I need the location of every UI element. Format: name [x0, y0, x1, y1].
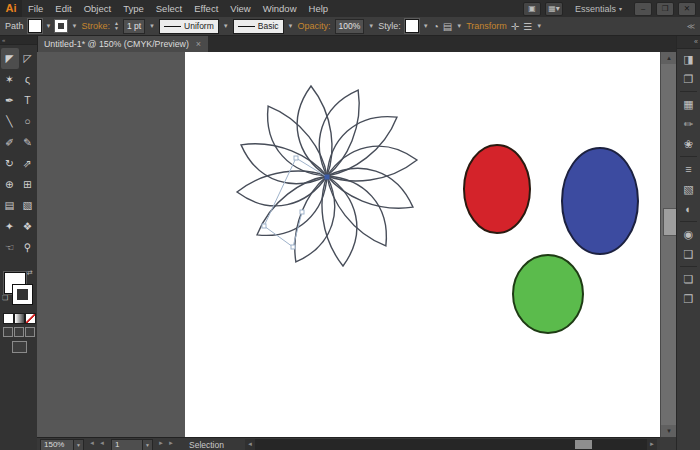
panel-symbols-icon[interactable]: ❀ — [677, 134, 700, 154]
paintbrush-tool[interactable]: ✐ — [1, 132, 19, 153]
panel-color-icon[interactable]: ◨ — [677, 49, 700, 69]
first-artboard-icon[interactable]: ◄ — [89, 440, 95, 446]
draw-normal-mode-button[interactable] — [3, 327, 13, 337]
opacity-panel-link[interactable]: Opacity: — [298, 21, 331, 31]
brush-caret-icon[interactable]: ▼ — [288, 23, 294, 29]
line-segment-tool[interactable]: ╲ — [1, 111, 19, 132]
panel-artboards-icon[interactable]: ❒ — [677, 289, 700, 309]
stroke-weight-caret-icon[interactable]: ▼ — [149, 23, 155, 29]
stroke-weight-stepper[interactable]: ▲ ▼ — [114, 21, 119, 31]
last-artboard-icon[interactable]: ► — [168, 440, 174, 446]
anchor-point[interactable] — [291, 245, 295, 249]
eyedropper-tool[interactable]: ✦ — [1, 216, 19, 237]
swap-fill-stroke-icon[interactable]: ⇄ — [27, 269, 33, 277]
preferences-icon[interactable]: ▤ — [443, 20, 452, 33]
minimize-button[interactable]: – — [634, 2, 652, 16]
pencil-tool[interactable]: ✎ — [19, 132, 37, 153]
panel-swatches-icon[interactable]: ▦ — [677, 94, 700, 114]
menu-object[interactable]: Object — [78, 3, 117, 14]
fill-color-swatch[interactable] — [28, 19, 42, 33]
menu-type[interactable]: Type — [117, 3, 150, 14]
canvas[interactable] — [37, 52, 660, 437]
style-caret-icon[interactable]: ▼ — [423, 23, 429, 29]
arrange-documents-button[interactable]: ▦▾ — [545, 2, 563, 16]
width-profile-dropdown[interactable]: Uniform — [159, 19, 219, 34]
panel-color-guide-icon[interactable]: ❐ — [677, 69, 700, 89]
color-mode-button[interactable] — [3, 313, 14, 324]
scroll-right-icon[interactable]: ► — [647, 439, 657, 450]
brush-definition-dropdown[interactable]: Basic — [233, 19, 284, 34]
scroll-down-icon[interactable]: ▼ — [661, 425, 677, 437]
menu-view[interactable]: View — [224, 3, 256, 14]
green-ellipse[interactable] — [513, 255, 583, 333]
mesh-tool[interactable]: ▤ — [1, 195, 19, 216]
tools-panel-collapse-icon[interactable]: « — [0, 36, 37, 45]
step-down-icon[interactable]: ▼ — [114, 26, 119, 31]
perspective-grid-tool[interactable]: ⊞ — [19, 174, 37, 195]
draw-behind-mode-button[interactable] — [14, 327, 24, 337]
tab-close-icon[interactable]: × — [196, 39, 201, 49]
stroke-panel-link[interactable]: Stroke: — [81, 21, 110, 31]
gradient-mode-button[interactable] — [14, 313, 25, 324]
horizontal-scrollbar[interactable]: ◄ ► — [245, 439, 657, 450]
hand-tool[interactable]: ☜ — [1, 237, 19, 258]
next-artboard-icon[interactable]: ► — [158, 440, 164, 446]
magic-wand-tool[interactable]: ✶ — [1, 69, 19, 90]
red-ellipse[interactable] — [464, 145, 530, 233]
panel-graphic-styles-icon[interactable]: ❑ — [677, 244, 700, 264]
menu-help[interactable]: Help — [303, 3, 335, 14]
close-button[interactable]: ✕ — [678, 2, 696, 16]
stroke-caret-icon[interactable]: ▼ — [71, 23, 77, 29]
collapse-control-bar-icon[interactable]: ≪ — [687, 22, 695, 31]
shape-builder-tool[interactable]: ⊕ — [1, 174, 19, 195]
none-mode-button[interactable] — [25, 313, 36, 324]
blue-ellipse[interactable] — [562, 148, 638, 254]
workspace-switcher[interactable]: Essentials ▾ — [575, 4, 622, 14]
document-tab[interactable]: Untitled-1* @ 150% (CMYK/Preview) × — [37, 36, 208, 52]
menu-window[interactable]: Window — [257, 3, 303, 14]
type-tool[interactable]: T — [19, 90, 37, 111]
go-to-bridge-button[interactable]: ▣ — [523, 2, 541, 16]
ellipse-tool[interactable]: ○ — [19, 111, 37, 132]
graphic-style-swatch[interactable] — [405, 19, 419, 33]
dock-expand-icon[interactable]: « — [677, 36, 700, 49]
panel-brushes-icon[interactable]: ✏ — [677, 114, 700, 134]
stroke-indicator[interactable] — [13, 285, 32, 304]
panel-transparency-icon[interactable]: ◐ — [677, 199, 700, 219]
selected-anchor-point[interactable] — [325, 175, 330, 180]
zoom-caret-icon[interactable]: ▼ — [73, 439, 84, 450]
previous-artboard-icon[interactable]: ◄ — [99, 440, 105, 446]
gradient-tool[interactable]: ▧ — [19, 195, 37, 216]
menu-select[interactable]: Select — [150, 3, 188, 14]
stroke-weight-field[interactable]: 1 pt — [123, 19, 145, 34]
transform-panel-link[interactable]: Transform — [466, 21, 507, 31]
default-fill-stroke-icon[interactable]: ❏ — [2, 294, 8, 302]
profile-caret-icon[interactable]: ▼ — [223, 23, 229, 29]
direct-selection-tool[interactable]: ◸ — [19, 48, 37, 69]
panel-layers-icon[interactable]: ❏ — [677, 269, 700, 289]
opacity-caret-icon[interactable]: ▼ — [368, 23, 374, 29]
anchor-point[interactable] — [300, 210, 304, 214]
align-icon[interactable]: ✛ — [511, 20, 519, 33]
rotate-tool[interactable]: ↻ — [1, 153, 19, 174]
scroll-left-icon[interactable]: ◄ — [245, 439, 255, 450]
panel-stroke-icon[interactable]: ≡ — [677, 159, 700, 179]
scroll-up-icon[interactable]: ▲ — [661, 52, 677, 64]
lasso-tool[interactable]: ς — [19, 69, 37, 90]
artboard-caret-icon[interactable]: ▼ — [142, 439, 153, 450]
screen-mode-button[interactable] — [12, 341, 27, 353]
menu-file[interactable]: File — [22, 3, 49, 14]
vertical-scrollbar-thumb[interactable] — [663, 208, 677, 236]
horizontal-scrollbar-thumb[interactable] — [575, 440, 592, 449]
vertical-scrollbar[interactable]: ▲ ▼ — [660, 52, 676, 437]
anchor-point[interactable] — [294, 156, 298, 160]
menu-edit[interactable]: Edit — [49, 3, 77, 14]
restore-button[interactable]: ❐ — [656, 2, 674, 16]
blend-tool[interactable]: ❖ — [19, 216, 37, 237]
scale-tool[interactable]: ⇗ — [19, 153, 37, 174]
opacity-field[interactable]: 100% — [335, 19, 365, 34]
stroke-color-swatch[interactable] — [55, 20, 67, 32]
control-options-icon[interactable]: ☰ — [523, 20, 532, 33]
options-caret-icon[interactable]: ▼ — [536, 23, 542, 29]
draw-inside-mode-button[interactable] — [25, 327, 35, 337]
